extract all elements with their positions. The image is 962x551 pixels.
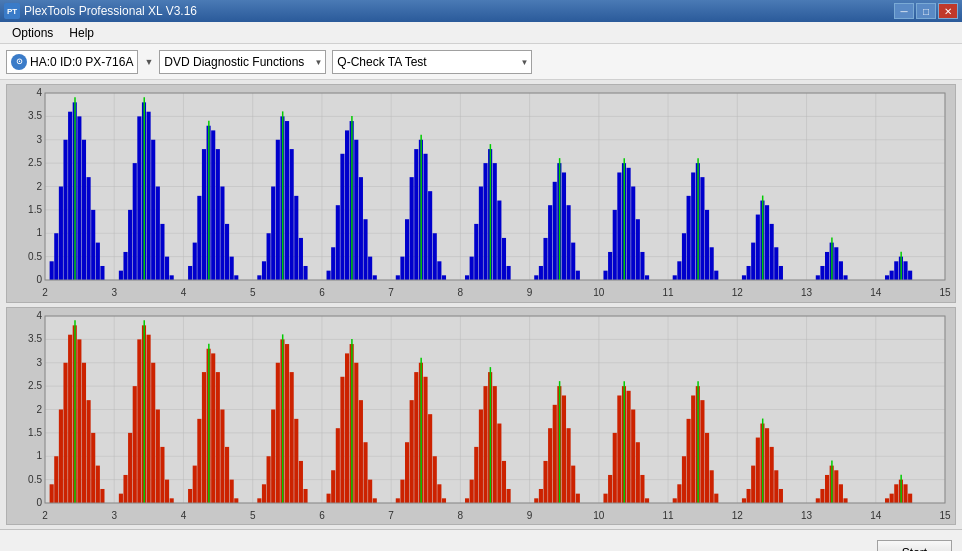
test-selector[interactable]: Q-Check TA Test — [332, 50, 532, 74]
top-chart — [7, 85, 955, 302]
test-selector-wrap: Q-Check TA Test — [332, 50, 532, 74]
bottom-chart-container — [6, 307, 956, 526]
title-controls: ─ □ ✕ — [894, 3, 958, 19]
device-icon: ⊙ — [11, 54, 27, 70]
title-bar-left: PT PlexTools Professional XL V3.16 — [4, 3, 197, 19]
device-selector[interactable]: ⊙ HA:0 ID:0 PX-716A — [6, 50, 138, 74]
device-label: HA:0 ID:0 PX-716A — [30, 55, 133, 69]
bottom-chart — [7, 308, 955, 525]
menu-bar: Options Help — [0, 22, 962, 44]
start-btn-panel: Start i — [877, 540, 952, 552]
function-selector-wrap: DVD Diagnostic Functions — [159, 50, 326, 74]
main-content — [0, 80, 962, 529]
top-chart-container — [6, 84, 956, 303]
close-button[interactable]: ✕ — [938, 3, 958, 19]
menu-help[interactable]: Help — [61, 24, 102, 42]
device-dropdown-icon: ▼ — [144, 57, 153, 67]
function-selector[interactable]: DVD Diagnostic Functions — [159, 50, 326, 74]
bottom-panel: Jitter: 5 Peak Shift: 4 TA Quality Indic… — [0, 529, 962, 551]
app-icon: PT — [4, 3, 20, 19]
minimize-button[interactable]: ─ — [894, 3, 914, 19]
title-bar: PT PlexTools Professional XL V3.16 ─ □ ✕ — [0, 0, 962, 22]
start-button[interactable]: Start — [877, 540, 952, 552]
maximize-button[interactable]: □ — [916, 3, 936, 19]
menu-options[interactable]: Options — [4, 24, 61, 42]
title-text: PlexTools Professional XL V3.16 — [24, 4, 197, 18]
toolbar: ⊙ HA:0 ID:0 PX-716A ▼ DVD Diagnostic Fun… — [0, 44, 962, 80]
